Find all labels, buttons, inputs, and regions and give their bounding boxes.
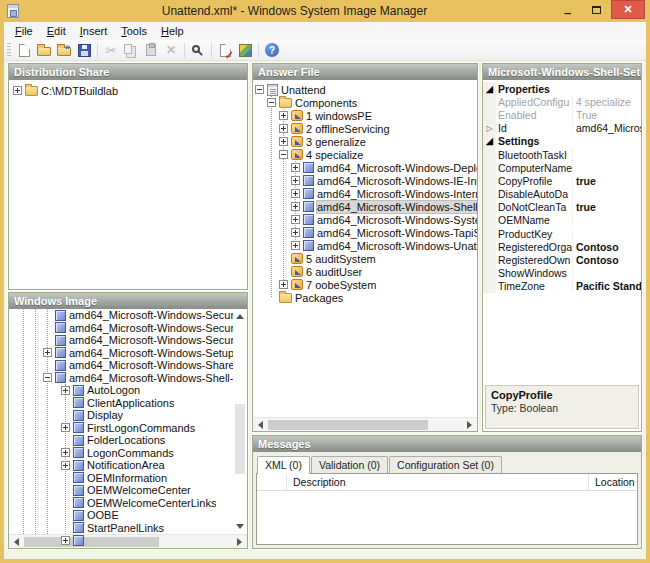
expander-plus-icon[interactable] xyxy=(61,536,70,545)
scroll-left-button[interactable] xyxy=(253,418,267,431)
help-button[interactable]: ? xyxy=(262,41,282,60)
expander-minus-icon[interactable] xyxy=(255,85,264,94)
property-row[interactable]: BluetoothTaskI xyxy=(483,148,641,161)
scrollbar-thumb[interactable] xyxy=(235,404,245,474)
tree-item[interactable]: OEMInformation xyxy=(9,472,247,485)
tab-configuration-set[interactable]: Configuration Set (0) xyxy=(389,456,502,473)
menu-tools[interactable]: Tools xyxy=(114,23,154,39)
column-gutter[interactable] xyxy=(257,474,287,490)
tree-item-component[interactable]: amd64_Microsoft-Windows-UnattendedJoi xyxy=(253,239,477,252)
tree-item[interactable]: ClientApplications xyxy=(9,397,247,410)
property-row[interactable]: DoNotCleanTatrue xyxy=(483,201,641,214)
tree-item[interactable]: amd64_Microsoft-Windows-Setup_6.3.9600 xyxy=(9,347,247,360)
vertical-scrollbar[interactable] xyxy=(233,309,247,534)
expander-plus-icon[interactable] xyxy=(61,448,70,457)
tree-item-pass[interactable]: 7 oobeSystem xyxy=(253,278,477,291)
scroll-up-button[interactable] xyxy=(233,309,247,323)
scroll-left-button[interactable] xyxy=(9,535,23,548)
scroll-right-button[interactable] xyxy=(463,418,477,431)
property-row[interactable]: RegisteredOwnContoso xyxy=(483,253,641,266)
expander-plus-icon[interactable] xyxy=(61,423,70,432)
expander-plus-icon[interactable] xyxy=(61,461,70,470)
property-row[interactable]: ▷Idamd64_Microsoft-Wind xyxy=(483,122,641,135)
expander-plus-icon[interactable] xyxy=(291,176,300,185)
property-row[interactable]: ComputerName xyxy=(483,161,641,174)
row-expand-icon[interactable]: ▷ xyxy=(483,122,496,135)
copy-button[interactable] xyxy=(121,41,141,60)
tree-item-pass[interactable]: 5 auditSystem xyxy=(253,252,477,265)
scroll-down-button[interactable] xyxy=(233,520,247,534)
tree-item[interactable]: amd64_Microsoft-Windows-Security-SPP_6. xyxy=(9,309,247,322)
property-row[interactable]: EnabledTrue xyxy=(483,108,641,121)
tree-item-pass[interactable]: 3 generalize xyxy=(253,135,477,148)
column-location[interactable]: Location xyxy=(589,474,637,490)
save-button[interactable] xyxy=(74,41,94,60)
expander-minus-icon[interactable] xyxy=(279,150,288,159)
horizontal-scrollbar[interactable] xyxy=(253,417,477,431)
property-row[interactable]: AppliedConfigu4 specialize xyxy=(483,95,641,108)
tree-item-packages[interactable]: Packages xyxy=(253,291,477,304)
menu-insert[interactable]: Insert xyxy=(73,23,115,39)
property-row[interactable]: OEMName xyxy=(483,214,641,227)
tree-item-component[interactable]: amd64_Microsoft-Windows-Deployment_ne xyxy=(253,161,477,174)
property-row[interactable]: RegisteredOrgaContoso xyxy=(483,240,641,253)
tree-item[interactable]: OEMWelcomeCenter xyxy=(9,484,247,497)
tree-item-pass[interactable]: 1 windowsPE xyxy=(253,109,477,122)
tree-item[interactable]: amd64_Microsoft-Windows-Security-SPP-U) xyxy=(9,322,247,335)
create-configuration-set-button[interactable] xyxy=(235,41,255,60)
category-collapse-icon[interactable]: ◢ xyxy=(483,82,496,95)
menu-file[interactable]: File xyxy=(8,23,40,39)
column-description[interactable]: Description xyxy=(287,474,589,490)
tab-validation[interactable]: Validation (0) xyxy=(311,456,388,473)
expander-minus-icon[interactable] xyxy=(267,98,276,107)
find-button[interactable] xyxy=(188,41,208,60)
expander-plus-icon[interactable] xyxy=(13,86,22,95)
expander-plus-icon[interactable] xyxy=(291,189,300,198)
horizontal-scrollbar[interactable] xyxy=(9,534,247,548)
new-answer-file-button[interactable] xyxy=(14,41,34,60)
tree-item-pass[interactable]: 4 specialize xyxy=(253,148,477,161)
tree-item-component[interactable]: amd64_Microsoft-Windows-IE-InternetExp xyxy=(253,174,477,187)
tree-item-component[interactable]: amd64_Microsoft-Windows-International-C xyxy=(253,187,477,200)
tree-item[interactable]: amd64_Microsoft-Windows-Security-SPP-U) xyxy=(9,334,247,347)
tree-item[interactable]: AutoLogon xyxy=(9,384,247,397)
expander-minus-icon[interactable] xyxy=(43,373,52,382)
category-collapse-icon[interactable]: ◢ xyxy=(483,135,496,148)
tab-xml[interactable]: XML (0) xyxy=(257,456,310,474)
property-row[interactable]: ProductKey xyxy=(483,227,641,240)
expander-plus-icon[interactable] xyxy=(279,137,288,146)
tree-item-unattend[interactable]: Unattend xyxy=(253,83,477,96)
property-row[interactable]: TimeZonePacific Standard T xyxy=(483,280,641,293)
tree-item-pass[interactable]: 2 offlineServicing xyxy=(253,122,477,135)
expander-plus-icon[interactable] xyxy=(291,228,300,237)
property-category[interactable]: ◢Settings xyxy=(483,135,641,148)
property-row[interactable]: DisableAutoDa xyxy=(483,188,641,201)
scrollbar-thumb[interactable] xyxy=(24,537,159,547)
expander-plus-icon[interactable] xyxy=(43,348,52,357)
expander-plus-icon[interactable] xyxy=(291,202,300,211)
tree-item-pass[interactable]: 6 auditUser xyxy=(253,265,477,278)
expander-plus-icon[interactable] xyxy=(61,386,70,395)
tree-item[interactable]: FirstLogonCommands xyxy=(9,422,247,435)
tree-item[interactable]: amd64_Microsoft-Windows-SharedAccess_( xyxy=(9,359,247,372)
tree-item-distribution-root[interactable]: C:\MDTBuildlab xyxy=(9,84,247,97)
delete-button[interactable]: ✕ xyxy=(161,41,181,60)
tree-item-component-selected[interactable]: amd64_Microsoft-Windows-Shell-Setup_ne xyxy=(253,200,477,213)
tree-item[interactable]: StartPanelLinks xyxy=(9,522,247,535)
scrollbar-thumb[interactable] xyxy=(268,420,428,430)
expander-plus-icon[interactable] xyxy=(279,280,288,289)
expander-plus-icon[interactable] xyxy=(291,215,300,224)
minimize-button[interactable]: – xyxy=(553,0,582,19)
tree-item-component[interactable]: amd64_Microsoft-Windows-SystemRestore xyxy=(253,213,477,226)
expander-plus-icon[interactable] xyxy=(291,163,300,172)
property-category[interactable]: ◢Properties xyxy=(483,82,641,95)
cut-button[interactable]: ✂ xyxy=(101,41,121,60)
tree-item[interactable]: OOBE xyxy=(9,509,247,522)
expander-plus-icon[interactable] xyxy=(279,124,288,133)
open-distribution-share-button[interactable] xyxy=(54,41,74,60)
tree-item[interactable]: amd64_Microsoft-Windows-Shell-Setup_6.3. xyxy=(9,372,247,385)
expander-plus-icon[interactable] xyxy=(279,111,288,120)
scroll-right-button[interactable] xyxy=(233,535,247,548)
menu-edit[interactable]: Edit xyxy=(40,23,73,39)
tree-item[interactable]: FolderLocations xyxy=(9,434,247,447)
